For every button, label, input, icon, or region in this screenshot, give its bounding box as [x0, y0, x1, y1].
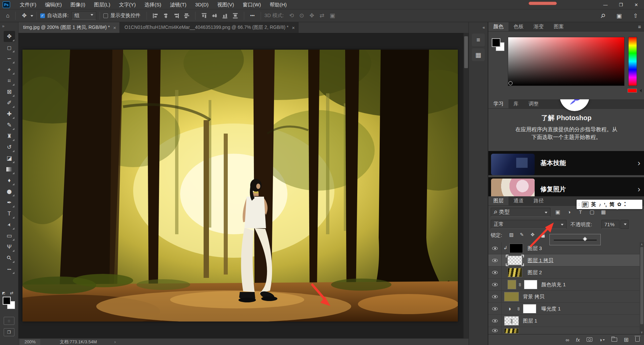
screen-mode-button[interactable]: ❐	[4, 328, 14, 336]
tool-hand[interactable]: Ψ	[4, 241, 15, 252]
layer-name[interactable]: 图层 1 拷贝	[528, 257, 553, 264]
new-adjustment-layer-icon[interactable]: ◑	[599, 337, 605, 343]
distribute-horizontal-icon[interactable]	[233, 13, 237, 18]
foreground-color-swatch[interactable]	[492, 38, 500, 47]
layer-row-exposure[interactable]: ◑ ∞ 曝光度 1	[488, 303, 644, 315]
tool-crop[interactable]: ⌗	[4, 75, 15, 86]
layer-row-background-copy[interactable]: 背景 拷贝	[488, 291, 644, 303]
lock-pixels-icon[interactable]: ✎	[520, 232, 524, 237]
ime-punctuation-icon[interactable]: ’,	[604, 202, 607, 207]
menu-filter[interactable]: 滤镜(T)	[166, 0, 191, 9]
tab-patterns[interactable]: 图案	[549, 22, 569, 31]
align-middle-icon[interactable]	[184, 13, 189, 18]
tool-eraser[interactable]: ◪	[4, 153, 15, 164]
close-icon[interactable]: ×	[113, 25, 116, 31]
ime-more-icon[interactable]: ⁚	[624, 201, 626, 207]
align-left-icon[interactable]	[153, 13, 158, 18]
tool-rectangle[interactable]: ▭	[4, 230, 15, 241]
opacity-dropdown-button[interactable]	[621, 220, 629, 229]
filter-smart-objects-icon[interactable]: ▦	[601, 209, 606, 215]
layer-name[interactable]: 背景 拷贝	[523, 294, 544, 300]
quick-mask-button[interactable]: ◌	[4, 317, 14, 325]
canvas-vertical-scrollbar[interactable]	[463, 33, 469, 338]
layer-list-scrollbar[interactable]: ∧∨	[640, 242, 644, 334]
distribute-top-icon[interactable]	[202, 13, 206, 18]
layer-name[interactable]: 图层 3	[528, 245, 542, 252]
filter-type-layers-icon[interactable]: T	[579, 209, 582, 215]
tool-clone-stamp[interactable]: ♜	[4, 131, 15, 142]
auto-select-target-dropdown[interactable]: 组	[71, 11, 96, 20]
filter-adjustment-layers-icon[interactable]: ◑	[568, 209, 571, 215]
visibility-toggle[interactable]	[488, 315, 502, 327]
tab-paths[interactable]: 路径	[529, 196, 549, 205]
opacity-slider-track[interactable]	[554, 240, 597, 241]
home-icon[interactable]: ⌂	[3, 12, 12, 19]
tool-lasso[interactable]: ∽	[4, 53, 15, 64]
tab-adjustments[interactable]: 调整	[524, 99, 544, 108]
ime-pinyin-icon[interactable]: 拼	[582, 202, 588, 207]
tab-color[interactable]: 颜色	[488, 22, 508, 31]
lock-position-icon[interactable]: ✥	[531, 232, 535, 237]
add-layer-mask-icon[interactable]	[587, 337, 592, 343]
color-cursor[interactable]	[508, 81, 513, 85]
visibility-toggle[interactable]	[488, 242, 502, 254]
menu-type[interactable]: 文字(Y)	[115, 0, 140, 9]
layer-thumbnail[interactable]	[504, 292, 519, 301]
layer-thumbnail[interactable]	[509, 244, 523, 253]
tool-zoom[interactable]: ⚲	[4, 252, 15, 263]
ime-english-icon[interactable]: 英	[591, 201, 596, 208]
restore-button[interactable]: ❐	[613, 0, 629, 9]
document-tab-timg[interactable]: timg.jpg @ 200% (图层 1 拷贝, RGB/8#) * ×	[18, 22, 120, 33]
tab-channels[interactable]: 通道	[508, 196, 529, 205]
toolbar-collapse-icon[interactable]: »	[2, 23, 4, 29]
layer-thumbnail[interactable]	[504, 316, 519, 326]
lock-transparency-icon[interactable]: ▨	[509, 232, 514, 237]
layer-style-icon[interactable]: fx	[576, 337, 580, 343]
saturation-brightness-field[interactable]	[508, 37, 625, 86]
panel-menu-icon[interactable]: ≡	[638, 24, 641, 30]
filter-shape-layers-icon[interactable]: ▢	[590, 209, 594, 215]
status-chevron-icon[interactable]: ›	[114, 339, 116, 344]
tool-pen[interactable]: ✒	[4, 197, 15, 208]
layer-name[interactable]: 曝光度 1	[541, 306, 561, 312]
tab-libraries[interactable]: 库	[508, 99, 524, 108]
chevron-down-icon[interactable]	[31, 15, 33, 18]
share-image-icon[interactable]: ⇧	[631, 12, 641, 19]
close-icon[interactable]: ×	[292, 25, 295, 31]
menu-edit[interactable]: 编辑(E)	[41, 0, 66, 9]
expand-panels-icon[interactable]: «	[483, 25, 485, 30]
close-button[interactable]: ✕	[629, 0, 644, 9]
collapsed-panel-properties[interactable]: ≡	[472, 34, 485, 46]
distribute-bottom-icon[interactable]	[222, 13, 227, 18]
link-layers-icon[interactable]: ∞	[566, 337, 569, 343]
document-tab-o1cn[interactable]: O1CN01ofEhuH1MCmi4KeMar__4046351399.png …	[120, 22, 299, 33]
distribute-vcenter-icon[interactable]	[212, 13, 217, 18]
menu-view[interactable]: 视图(V)	[213, 0, 238, 9]
auto-select-checkbox[interactable]: ✓	[40, 13, 45, 18]
layer-row-color-fill[interactable]: ∞ 颜色填充 1	[488, 279, 644, 291]
tool-dodge[interactable]: ⬤	[4, 186, 15, 197]
tool-brush[interactable]: ✎	[4, 119, 15, 131]
swap-colors-icon[interactable]: ⇄	[10, 291, 13, 295]
delete-layer-icon[interactable]	[635, 337, 640, 343]
menu-file[interactable]: 文件(F)	[15, 0, 41, 9]
tool-gradient[interactable]: ■	[4, 164, 15, 175]
tool-spot-healing[interactable]: ✚	[4, 108, 15, 119]
canvas-area[interactable]	[18, 33, 469, 338]
tool-eyedropper[interactable]: ✐	[4, 97, 15, 108]
menu-3d[interactable]: 3D(D)	[191, 0, 213, 9]
visibility-toggle[interactable]	[488, 254, 502, 266]
learn-card-retouch-photos[interactable]: 修复照片 ›	[488, 177, 644, 196]
tool-rectangular-marquee[interactable]: ▢	[4, 42, 15, 53]
tool-frame[interactable]: ⊠	[4, 86, 15, 97]
ime-simplified-icon[interactable]: 简	[609, 201, 614, 208]
search-icon[interactable]: ⚲	[597, 10, 609, 22]
minimize-button[interactable]: —	[598, 0, 613, 9]
align-center-icon[interactable]	[163, 13, 168, 18]
tool-object-selection[interactable]: ⌖	[4, 64, 15, 75]
learn-card-basic-skills[interactable]: 基本技能 ›	[488, 151, 644, 175]
menu-layer[interactable]: 图层(L)	[90, 0, 114, 9]
layer-name[interactable]: 图层 2	[528, 269, 542, 276]
layer-thumbnail-selected[interactable]	[506, 255, 524, 266]
layer-thumbnail[interactable]	[507, 280, 516, 289]
